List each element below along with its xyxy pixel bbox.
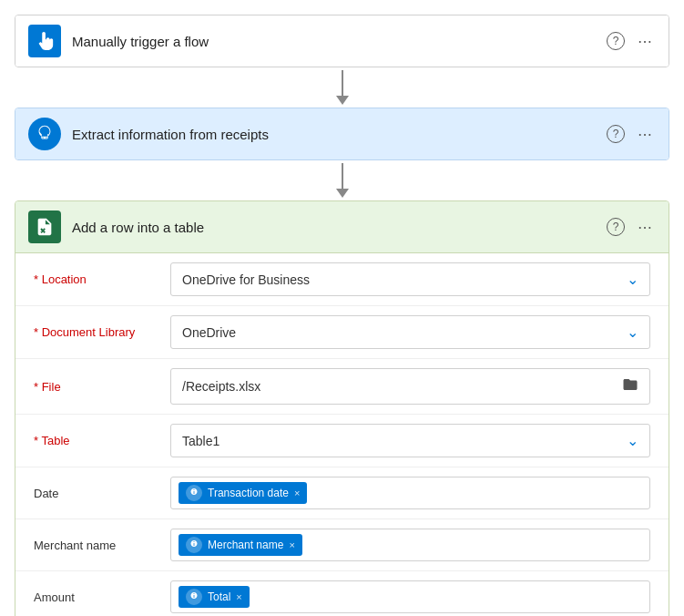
trigger-menu-button[interactable]: ⋯ <box>634 29 656 54</box>
extract-menu-button[interactable]: ⋯ <box>634 122 656 147</box>
amount-token-label: Total <box>208 590 230 603</box>
table-field: Table1 ⌄ <box>170 424 650 457</box>
addrow-icon <box>28 210 61 243</box>
file-picker[interactable]: /Receipts.xlsx <box>170 368 650 405</box>
date-token-label: Transaction date <box>208 487 289 499</box>
merchant-label: Merchant name <box>34 539 170 552</box>
extract-icon <box>28 118 61 150</box>
date-token-icon <box>186 485 202 501</box>
form-row-doclib: * Document Library OneDrive ⌄ <box>15 306 669 359</box>
amount-label: Amount <box>34 590 170 604</box>
arrow-1 <box>336 67 349 108</box>
flow-container: Manually trigger a flow ? ⋯ Extract info… <box>0 0 684 616</box>
table-chevron-icon: ⌄ <box>627 432 638 449</box>
step-addrow: Add a row into a table ? ⋯ * Location On… <box>15 200 669 616</box>
arrow-2 <box>336 160 349 200</box>
trigger-title: Manually trigger a flow <box>72 34 596 49</box>
form-row-table: * Table Table1 ⌄ <box>15 415 669 467</box>
doclib-value: OneDrive <box>182 325 236 340</box>
date-token-close[interactable]: × <box>294 488 300 498</box>
form-row-amount: Amount Total × <box>15 571 669 616</box>
form-row-location: * Location OneDrive for Business ⌄ <box>15 253 669 306</box>
file-field-container: /Receipts.xlsx <box>170 368 650 405</box>
amount-token-field[interactable]: Total × <box>170 580 650 613</box>
location-dropdown[interactable]: OneDrive for Business ⌄ <box>170 262 650 296</box>
addrow-title: Add a row into a table <box>72 220 596 235</box>
date-token-field[interactable]: Transaction date × <box>170 477 650 509</box>
table-value: Table1 <box>182 434 219 448</box>
location-field: OneDrive for Business ⌄ <box>170 262 650 296</box>
form-row-merchant: Merchant name Merchant name × <box>15 519 669 571</box>
table-dropdown[interactable]: Table1 ⌄ <box>170 424 650 457</box>
extract-help-button[interactable]: ? <box>607 125 625 143</box>
form-row-date: Date Transaction date × <box>15 467 669 519</box>
addrow-body: * Location OneDrive for Business ⌄ * Doc… <box>15 253 669 616</box>
date-token: Transaction date × <box>179 482 307 504</box>
trigger-icon <box>28 25 61 57</box>
doclib-label: * Document Library <box>34 325 170 339</box>
addrow-header: Add a row into a table ? ⋯ <box>15 201 669 253</box>
merchant-field: Merchant name × <box>170 529 650 561</box>
amount-field: Total × <box>170 580 650 613</box>
merchant-token-icon <box>186 537 202 553</box>
merchant-token-field[interactable]: Merchant name × <box>170 529 650 561</box>
arrow-head-1 <box>336 96 349 105</box>
step-extract: Extract information from receipts ? ⋯ <box>15 108 669 160</box>
location-label: * Location <box>34 272 170 286</box>
amount-token-icon <box>186 589 202 605</box>
merchant-token-label: Merchant name <box>208 539 283 551</box>
trigger-help-button[interactable]: ? <box>607 32 625 50</box>
amount-token-close[interactable]: × <box>236 591 241 602</box>
extract-actions: ? ⋯ <box>607 122 656 147</box>
file-value: /Receipts.xlsx <box>182 379 260 394</box>
trigger-actions: ? ⋯ <box>607 29 656 54</box>
doclib-field: OneDrive ⌄ <box>170 315 650 349</box>
arrow-line-2 <box>342 163 343 189</box>
date-label: Date <box>34 487 170 500</box>
table-label: * Table <box>34 434 170 447</box>
file-label: * File <box>34 380 170 394</box>
merchant-token-close[interactable]: × <box>289 539 294 550</box>
addrow-actions: ? ⋯ <box>607 215 656 240</box>
addrow-menu-button[interactable]: ⋯ <box>634 215 656 240</box>
file-browse-icon <box>622 376 638 396</box>
step-trigger: Manually trigger a flow ? ⋯ <box>15 15 669 67</box>
merchant-token: Merchant name × <box>179 534 302 556</box>
doclib-dropdown[interactable]: OneDrive ⌄ <box>170 315 650 349</box>
form-row-file: * File /Receipts.xlsx <box>15 359 669 415</box>
location-chevron-icon: ⌄ <box>627 271 638 288</box>
date-field: Transaction date × <box>170 477 650 509</box>
addrow-help-button[interactable]: ? <box>607 218 625 236</box>
extract-title: Extract information from receipts <box>72 127 596 142</box>
amount-token: Total × <box>179 586 250 608</box>
location-value: OneDrive for Business <box>182 272 310 287</box>
arrow-line-1 <box>342 70 343 96</box>
arrow-head-2 <box>336 189 349 198</box>
doclib-chevron-icon: ⌄ <box>627 323 638 341</box>
